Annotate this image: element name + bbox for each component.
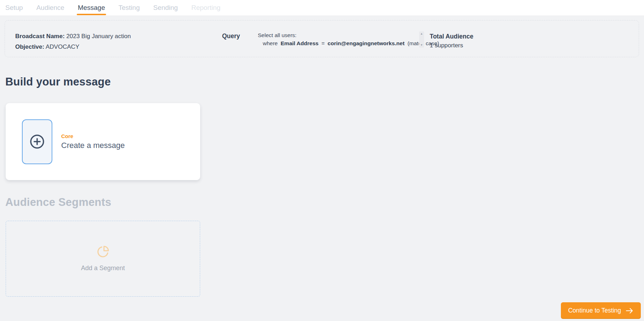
query-line-2: where Email Address = corin@engagingnetw… (263, 40, 441, 47)
core-badge: Core (61, 133, 125, 139)
audience-segments-title: Audience Segments (5, 196, 111, 209)
tab-audience[interactable]: Audience (36, 0, 64, 16)
objective-value: ADVOCACY (46, 43, 79, 50)
scroll-down-icon[interactable]: ▼ (420, 43, 423, 47)
tab-message-label: Message (78, 4, 105, 12)
query-operator: = (321, 40, 325, 46)
objective-label: Objective: (15, 43, 44, 50)
tab-audience-label: Audience (36, 4, 64, 12)
query-line-1: Select all users: (258, 32, 296, 38)
broadcast-summary-panel: Broadcast Name: 2023 Big January action … (5, 20, 639, 57)
tab-reporting-label: Reporting (191, 4, 220, 12)
pie-chart-icon (97, 245, 109, 258)
query-scrollbar[interactable]: ▲ ▼ (419, 31, 424, 48)
plus-circle-icon (28, 133, 46, 150)
tab-testing[interactable]: Testing (118, 0, 140, 16)
tab-sending-label: Sending (153, 4, 178, 12)
add-segment-card[interactable]: Add a Segment (6, 221, 200, 297)
tab-setup-label: Setup (5, 4, 23, 12)
broadcast-name-value: 2023 Big January action (66, 33, 131, 40)
tab-reporting: Reporting (191, 0, 220, 16)
continue-to-testing-button[interactable]: Continue to Testing (561, 302, 641, 319)
add-segment-label: Add a Segment (81, 264, 125, 272)
tab-setup[interactable]: Setup (5, 0, 23, 16)
create-message-label: Create a message (61, 141, 125, 150)
create-message-card[interactable]: Core Create a message (6, 103, 200, 180)
query-label: Query (222, 32, 240, 40)
wizard-step-nav: Setup Audience Message Testing Sending R… (0, 0, 644, 16)
active-tab-underline (77, 14, 106, 15)
broadcast-name-row: Broadcast Name: 2023 Big January action (15, 33, 131, 40)
continue-to-testing-label: Continue to Testing (568, 307, 621, 314)
tab-bar: Setup Audience Message Testing Sending R… (0, 0, 644, 16)
create-message-tile[interactable] (22, 119, 52, 164)
arrow-right-icon (625, 307, 634, 314)
query-value: corin@engagingnetworks.net (327, 40, 405, 46)
total-audience-label: Total Audience (430, 33, 473, 40)
tab-message[interactable]: Message (78, 0, 105, 16)
query-where: where (263, 40, 278, 46)
objective-row: Objective: ADVOCACY (15, 43, 79, 50)
query-field: Email Address (281, 40, 319, 46)
page-title: Build your message (5, 76, 111, 88)
create-message-text: Core Create a message (61, 133, 125, 150)
tab-testing-label: Testing (118, 4, 140, 12)
scroll-up-icon[interactable]: ▲ (420, 32, 423, 36)
tab-sending[interactable]: Sending (153, 0, 178, 16)
broadcast-name-label: Broadcast Name: (15, 33, 65, 40)
total-audience-value: 1 supporters (430, 42, 463, 49)
